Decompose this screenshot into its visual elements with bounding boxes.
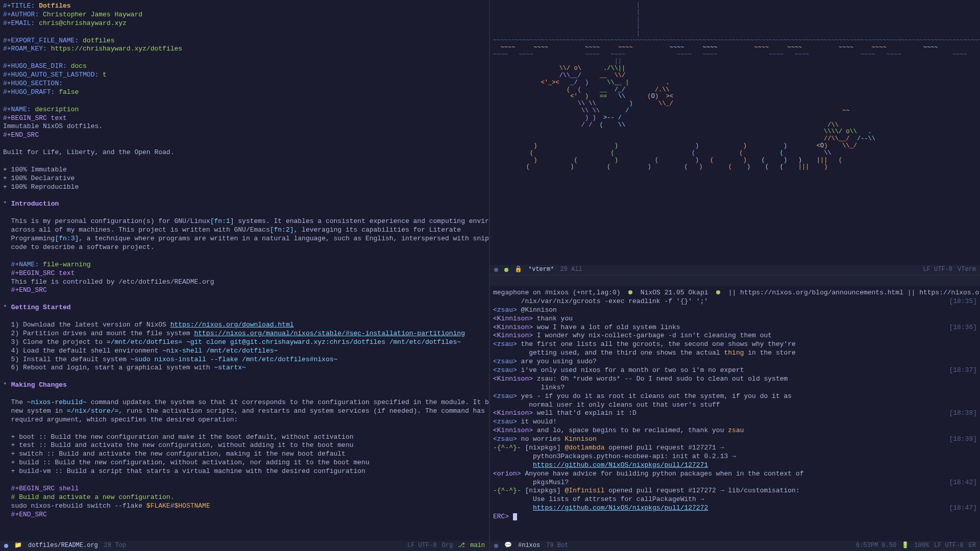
intro-p2b: , leveraging its capabilities for Litera… xyxy=(294,226,461,234)
step4-cmd: ~nix-shell /mnt/etc/dotfiles~ xyxy=(162,347,278,355)
nick[interactable]: <orion> xyxy=(493,470,521,478)
end-src: #+END_SRC xyxy=(3,131,39,139)
begin-src: #+BEGIN_SRC text xyxy=(3,114,67,122)
pr-link[interactable]: https://github.com/NixOS/nixpkgs/pull/12… xyxy=(533,504,708,512)
org-buffer[interactable]: #+TITLE: Dotfiles #+AUTHOR: Christopher … xyxy=(0,0,490,551)
buffer-name[interactable]: *vterm* xyxy=(528,266,554,274)
buffer-name[interactable]: #nixos xyxy=(518,542,540,550)
heading-getting[interactable]: Getting Started xyxy=(11,304,71,311)
hugo-base-key: #+HUGO_BASE_DIR: xyxy=(3,62,67,70)
intro-p1a: This is my personal configuration(s) for… xyxy=(11,217,210,225)
step5: 5) Install the default system xyxy=(11,356,131,363)
nick[interactable]: <Kinnison> xyxy=(493,375,533,383)
bot-nick[interactable]: -{^-^}- xyxy=(493,487,521,494)
modeline-left: 📁 dotfiles/README.org 28 Top LF UTF-8 Or… xyxy=(0,541,489,551)
intro-p4: code to describe a software project. xyxy=(11,243,155,251)
mention[interactable]: Kinnison xyxy=(565,435,596,443)
hl: thing xyxy=(724,349,744,357)
hugo-lastmod-val: t xyxy=(103,71,107,79)
hugo-base-val: docs xyxy=(71,62,87,70)
fn3[interactable]: [fn:3] xyxy=(55,235,79,242)
fn2[interactable]: [fn:2] xyxy=(270,226,294,234)
org-content[interactable]: #+TITLE: Dotfiles #+AUTHOR: Christopher … xyxy=(3,2,486,519)
warn-end: #+END_SRC xyxy=(11,286,47,294)
hugo-draft-key: #+HUGO_DRAFT: xyxy=(3,88,55,96)
author-key: #+AUTHOR: xyxy=(3,11,39,18)
erc-prompt: ERC> xyxy=(493,513,513,520)
nick[interactable]: <zsau> xyxy=(493,392,517,400)
topic-c: || https://nixos.org/blog/announcements.… xyxy=(728,289,980,296)
mc-src-end: #+END_SRC xyxy=(11,511,47,518)
heading-making[interactable]: Making Changes xyxy=(11,381,67,389)
nick[interactable]: <zsau> xyxy=(493,358,517,365)
step5-cmd: ~sudo nixos-install --flake /mnt/etc/dot… xyxy=(131,356,338,363)
fn1[interactable]: [fn:1] xyxy=(210,217,234,225)
author-val: Christopher James Hayward xyxy=(43,11,142,18)
heading-intro[interactable]: Introduction xyxy=(11,200,59,208)
major-mode: Org xyxy=(442,542,453,550)
intro-p1b: systems. It enables a consistent experie… xyxy=(234,217,491,225)
topic-a: megaphone on #nixos (+nrt,lag:0) xyxy=(493,289,621,296)
nick[interactable]: <zsau> xyxy=(493,366,517,374)
nick[interactable]: <zsau> xyxy=(493,340,517,348)
dot-icon xyxy=(628,290,632,294)
feat1: + 100% Immutable xyxy=(3,166,67,173)
step3: 3) Clone the project to xyxy=(11,338,107,346)
export-val: dotfiles xyxy=(83,37,114,44)
buffer-name[interactable]: dotfiles/README.org xyxy=(28,542,98,550)
mention[interactable]: zsau xyxy=(728,427,744,434)
position: 28 Top xyxy=(104,542,126,550)
nick[interactable]: <zsau> xyxy=(493,435,517,443)
mc-src-begin: #+BEGIN_SRC shell xyxy=(11,485,79,492)
msg-cont: python3Packages.python-ecobee-api: init … xyxy=(493,453,736,460)
desc-body: Immutable NixOS dotfiles. xyxy=(3,122,103,130)
vterm-content[interactable]: | | | | | ~~~~~~~~~~~~~~~~~~~~~~~~~~~~~~… xyxy=(493,2,977,171)
workspace-icon xyxy=(494,544,498,548)
nick[interactable]: <Kinnison> xyxy=(493,323,533,331)
roam-key: #+ROAM_KEY: xyxy=(3,45,47,53)
download-link[interactable]: https://nixos.org/download.html xyxy=(170,321,294,329)
msg: wow I have a lot of old system links xyxy=(533,323,680,331)
nick[interactable]: <Kinnison> xyxy=(493,315,533,322)
position: 29 All xyxy=(560,266,582,274)
step3-cmd: ~git clone git@git.chrishayward.xyz:chri… xyxy=(182,338,461,346)
clock: 6:53PM 0.50 xyxy=(856,542,896,550)
msg: i've only used nixos for a month or two … xyxy=(517,366,744,374)
msg: no worries xyxy=(517,435,565,443)
bot-nick[interactable]: -{^-^}- xyxy=(493,444,521,452)
partition-link[interactable]: https://nixos.org/manual/nixos/stable/#s… xyxy=(194,330,465,337)
mc-b3: + switch :: Build and activate the new c… xyxy=(11,450,346,458)
intro-p2a: across all of my machines. This project … xyxy=(11,226,270,234)
nick[interactable]: <Kinnison> xyxy=(493,332,533,339)
pr-link[interactable]: https://github.com/NixOS/nixpkgs/pull/12… xyxy=(533,461,708,469)
email-key: #+EMAIL: xyxy=(3,19,35,27)
hugo-lastmod-key: #+HUGO_AUTO_SET_LASTMOD: xyxy=(3,71,99,79)
workspace-icon xyxy=(494,268,498,272)
irc-content[interactable]: megaphone on #nixos (+nrt,lag:0) NixOS 2… xyxy=(493,278,977,521)
export-key: #+EXPORT_FILE_NAME: xyxy=(3,37,79,44)
encoding: LF UTF-8 xyxy=(923,266,952,274)
irc-buffer[interactable]: megaphone on #nixos (+nrt,lag:0) NixOS 2… xyxy=(490,276,980,551)
msg-cont: getting used, and the third one shows th… xyxy=(493,349,724,357)
vterm-buffer[interactable]: | | | | | ~~~~~~~~~~~~~~~~~~~~~~~~~~~~~~… xyxy=(490,0,980,276)
folder-icon: 📁 xyxy=(14,542,22,550)
user[interactable]: @dotlambda xyxy=(565,444,604,452)
msg: yes - if you do it as root it cleans out… xyxy=(517,392,792,400)
ts: [18:42] xyxy=(949,479,977,487)
mc-p2a: new system in xyxy=(11,407,67,415)
mc-src-cmd: sudo nixos-rebuild switch --flake xyxy=(11,502,146,510)
title-val: Dotfiles xyxy=(39,2,70,10)
cursor[interactable] xyxy=(513,513,517,520)
warn-body: This file is controlled by /etc/dotfiles… xyxy=(11,278,214,286)
mc-b5: + build-vm :: Build a script that starts… xyxy=(11,467,365,475)
nick[interactable]: <zsau> xyxy=(493,418,517,425)
nick[interactable]: <Kinnison> xyxy=(493,427,533,434)
modeline-irc-header xyxy=(490,276,980,286)
branch-icon: ⎇ xyxy=(458,542,465,550)
name-key: #+NAME: xyxy=(3,106,31,113)
nick[interactable]: <zsau> xyxy=(493,306,517,314)
email-val: chris@chrishayward.xyz xyxy=(39,19,127,27)
nick[interactable]: <Kinnison> xyxy=(493,409,533,417)
user[interactable]: @Infinisil xyxy=(565,487,604,494)
step6-cmd: ~startx~ xyxy=(214,364,246,371)
